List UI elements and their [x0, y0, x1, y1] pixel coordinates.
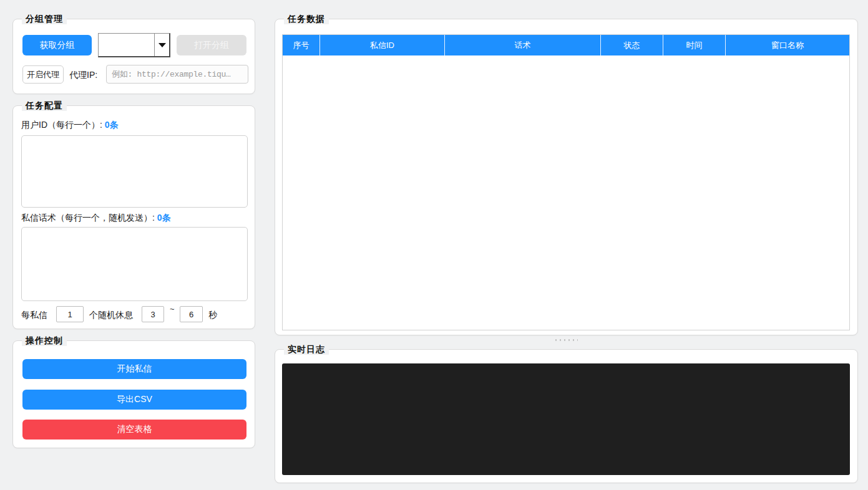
task-config-title: 任务配置 [22, 100, 67, 111]
tilde-separator: ~ [170, 304, 175, 314]
table-body[interactable] [283, 55, 849, 330]
column-header-window-name[interactable]: 窗口名称 [726, 35, 849, 55]
proxy-ip-input[interactable] [106, 65, 248, 84]
enable-proxy-button[interactable]: 开启代理 [22, 65, 64, 84]
export-csv-button[interactable]: 导出CSV [22, 390, 246, 410]
clear-table-button[interactable]: 清空表格 [22, 420, 246, 440]
rest-max-input[interactable] [180, 306, 203, 322]
user-id-count: 0条 [105, 120, 119, 130]
group-management-title: 分组管理 [22, 13, 67, 24]
seconds-label: 秒 [208, 310, 217, 321]
log-panel-title: 实时日志 [284, 343, 329, 355]
start-dm-button[interactable]: 开始私信 [22, 359, 246, 379]
user-id-textarea[interactable] [21, 135, 248, 208]
operation-control-title: 操作控制 [22, 335, 67, 346]
per-message-count-input[interactable] [56, 306, 84, 322]
app-window: 分组管理 获取分组 打开分组 开启代理 代理IP: 任务配置 用户ID（每行一个… [0, 0, 868, 490]
table-header-row: 序号 私信ID 话术 状态 时间 窗口名称 [283, 35, 849, 55]
chevron-down-icon [154, 34, 169, 56]
column-header-time[interactable]: 时间 [663, 35, 726, 55]
panel-splitter[interactable] [275, 337, 858, 343]
message-count: 0条 [157, 213, 171, 223]
proxy-ip-label: 代理IP: [69, 70, 97, 81]
group-select-value [99, 34, 154, 56]
rest-label: 个随机休息 [89, 310, 133, 321]
message-label: 私信话术（每行一个，随机发送）: 0条 [21, 213, 171, 224]
message-textarea[interactable] [21, 227, 248, 301]
column-header-status[interactable]: 状态 [601, 35, 663, 55]
task-data-title: 任务数据 [284, 13, 329, 24]
task-data-table: 序号 私信ID 话术 状态 时间 窗口名称 [282, 34, 850, 330]
rest-min-input[interactable] [142, 306, 164, 322]
user-id-label: 用户ID（每行一个）: 0条 [21, 120, 119, 131]
per-message-label: 每私信 [21, 310, 47, 321]
get-groups-button[interactable]: 获取分组 [22, 35, 92, 55]
column-header-dm-id[interactable]: 私信ID [320, 35, 445, 55]
open-group-button[interactable]: 打开分组 [177, 35, 246, 55]
column-header-index[interactable]: 序号 [283, 35, 320, 55]
log-output[interactable] [282, 363, 850, 475]
splitter-grip-icon [555, 339, 578, 341]
column-header-script[interactable]: 话术 [445, 35, 601, 55]
group-select-dropdown[interactable] [98, 33, 170, 57]
